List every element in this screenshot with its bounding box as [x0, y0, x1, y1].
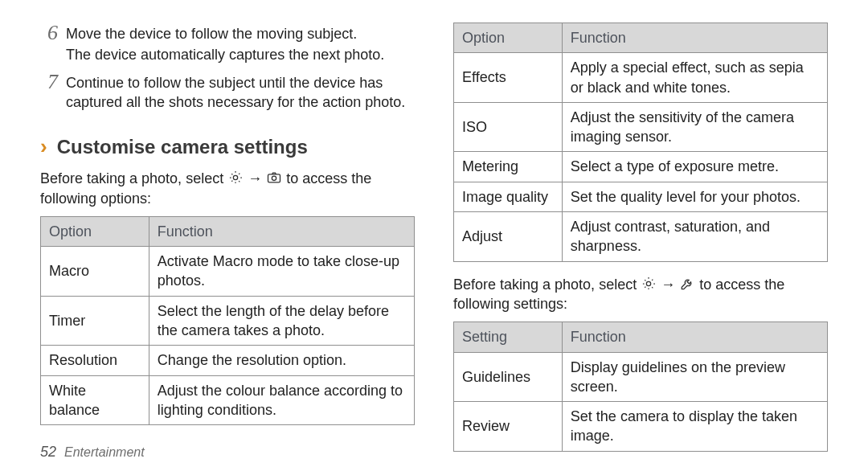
intro-options: Before taking a photo, select → to acces…: [40, 169, 415, 208]
options-table-2: Option Function EffectsApply a special e…: [453, 23, 828, 262]
cell-option: Adjust: [454, 212, 563, 262]
cell-function: Select the length of the delay before th…: [149, 296, 414, 346]
svg-point-2: [272, 176, 276, 180]
table-row: MacroActivate Macro mode to take close-u…: [41, 247, 415, 297]
camera-icon: [266, 170, 282, 186]
cell-option: Image quality: [454, 182, 563, 211]
table-header-row: Option Function: [454, 23, 828, 53]
table-row: AdjustAdjust contrast, saturation, and s…: [454, 212, 828, 262]
col-function: Function: [149, 216, 414, 246]
cell-function: Set the quality level for your photos.: [562, 182, 827, 211]
manual-page: 6 Move the device to follow the moving s…: [0, 0, 868, 471]
cell-function: Apply a special effect, such as sepia or…: [562, 53, 827, 103]
step-7: 7 Continue to follow the subject until t…: [40, 72, 415, 114]
cell-option: Metering: [454, 152, 563, 182]
cell-setting: Review: [454, 402, 563, 452]
table-row: MeteringSelect a type of exposure metre.: [454, 152, 828, 182]
table-row: ISOAdjust the sensitivity of the camera …: [454, 102, 828, 152]
step-body: Continue to follow the subject until the…: [66, 72, 415, 114]
cell-option: Effects: [454, 53, 563, 103]
col-function: Function: [562, 322, 827, 352]
gear-icon: [227, 170, 244, 186]
step-6: 6 Move the device to follow the moving s…: [40, 23, 415, 67]
step-number: 7: [40, 72, 58, 114]
step-line: Move the device to follow the moving sub…: [66, 24, 415, 43]
cell-option: Macro: [41, 247, 149, 297]
table-row: White balanceAdjust the colour balance a…: [41, 375, 415, 425]
table-header-row: Setting Function: [454, 322, 828, 352]
svg-point-3: [646, 281, 650, 285]
col-setting: Setting: [454, 322, 563, 352]
cell-function: Activate Macro mode to take close-up pho…: [149, 247, 414, 297]
left-column: 6 Move the device to follow the moving s…: [40, 23, 415, 455]
table-header-row: Option Function: [41, 216, 415, 246]
cell-setting: Guidelines: [454, 352, 563, 402]
para-text: Before taking a photo, select: [453, 276, 641, 293]
table-row: ReviewSet the camera to display the take…: [454, 402, 828, 452]
cell-function: Adjust the colour balance according to l…: [149, 375, 414, 425]
col-option: Option: [454, 23, 563, 53]
svg-rect-1: [268, 174, 280, 182]
gear-icon: [641, 276, 657, 292]
step-number: 6: [40, 23, 58, 67]
page-footer: 52 Entertainment: [40, 442, 145, 461]
col-option: Option: [41, 216, 149, 246]
cell-function: Set the camera to display the taken imag…: [562, 402, 827, 452]
right-column: Option Function EffectsApply a special e…: [453, 23, 828, 455]
table-row: EffectsApply a special effect, such as s…: [454, 53, 828, 103]
para-text: →: [661, 276, 679, 293]
intro-settings: Before taking a photo, select → to acces…: [453, 275, 828, 314]
para-text: →: [248, 170, 266, 186]
section-heading: › Customise camera settings: [40, 133, 415, 161]
cell-function: Display guidelines on the preview screen…: [562, 352, 827, 402]
settings-table: Setting Function GuidelinesDisplay guide…: [453, 322, 828, 451]
wrench-icon: [679, 276, 695, 292]
options-table-1: Option Function MacroActivate Macro mode…: [40, 216, 415, 425]
table-row: ResolutionChange the resolution option.: [41, 346, 415, 375]
step-line: The device automatically captures the ne…: [66, 45, 415, 64]
step-body: Move the device to follow the moving sub…: [66, 23, 415, 67]
cell-function: Select a type of exposure metre.: [562, 152, 827, 182]
table-row: GuidelinesDisplay guidelines on the prev…: [454, 352, 828, 402]
page-number: 52: [40, 442, 56, 461]
cell-option: Timer: [41, 296, 149, 346]
para-text: Before taking a photo, select: [40, 170, 227, 186]
cell-option: White balance: [41, 375, 149, 425]
step-line: Continue to follow the subject until the…: [66, 73, 415, 113]
table-row: TimerSelect the length of the delay befo…: [41, 296, 415, 346]
heading-text: Customise camera settings: [57, 134, 308, 160]
col-function: Function: [562, 23, 827, 53]
svg-point-0: [233, 176, 237, 180]
cell-function: Adjust the sensitivity of the camera ima…: [562, 102, 827, 152]
cell-option: Resolution: [41, 346, 149, 375]
table-row: Image qualitySet the quality level for y…: [454, 182, 828, 211]
footer-section: Entertainment: [64, 444, 145, 461]
cell-option: ISO: [454, 102, 563, 152]
cell-function: Adjust contrast, saturation, and sharpne…: [562, 212, 827, 262]
chevron-icon: ›: [40, 133, 47, 161]
cell-function: Change the resolution option.: [149, 346, 414, 375]
